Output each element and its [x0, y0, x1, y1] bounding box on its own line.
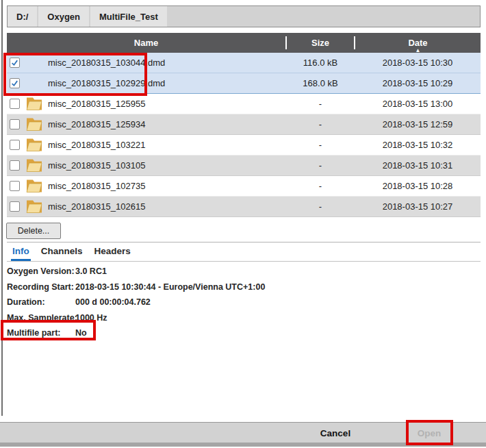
column-header-date[interactable]: Date ▲: [355, 33, 481, 53]
tab-channels[interactable]: Channels: [40, 246, 84, 261]
info-value: 2018-03-15 10:30:44 - Europe/Vienna UTC+…: [75, 282, 265, 292]
column-header-date-label: Date: [408, 38, 427, 48]
row-checkbox[interactable]: [10, 119, 20, 129]
info-row-multifile-part: Multifile part: No: [7, 325, 390, 341]
folder-date: 2018-03-15 13:00: [355, 99, 481, 109]
breadcrumb-item-multifile-test[interactable]: MultiFile_Test: [90, 6, 167, 27]
info-row-duration: Duration: 000 d 00:00:04.762: [7, 295, 390, 310]
info-row-max-samplerate: Max. Samplerate: 1000 Hz: [7, 310, 390, 326]
row-checkbox[interactable]: [10, 78, 20, 88]
row-checkbox[interactable]: [10, 99, 20, 109]
file-row[interactable]: misc_20180315_102929.dmd 168.0 kB 2018-0…: [7, 73, 481, 94]
folder-name: misc_20180315_103221: [48, 140, 145, 150]
tab-headers[interactable]: Headers: [93, 246, 132, 261]
column-header-name[interactable]: Name: [7, 33, 285, 53]
info-label: Recording Start:: [7, 282, 75, 292]
folder-row[interactable]: misc_20180315_102735 - 2018-03-15 10:28: [7, 176, 481, 197]
row-checkbox[interactable]: [10, 160, 20, 171]
info-label: Max. Samplerate:: [7, 313, 75, 323]
folder-size: -: [286, 140, 355, 150]
folder-name: misc_20180315_102615: [48, 201, 145, 212]
checkmark-icon: [10, 79, 19, 88]
folder-row[interactable]: misc_20180315_103105 - 2018-03-15 10:31: [7, 155, 481, 176]
folder-row[interactable]: misc_20180315_125955 - 2018-03-15 13:00: [7, 94, 481, 114]
breadcrumb: D:/ Oxygen MultiFile_Test: [7, 5, 481, 27]
row-checkbox[interactable]: [10, 181, 20, 191]
folder-size: -: [286, 181, 355, 191]
row-checkbox[interactable]: [10, 201, 20, 212]
footer-bottom-strip: [0, 443, 486, 447]
checkmark-icon: [10, 58, 19, 67]
folder-icon: [26, 179, 42, 193]
folder-name: misc_20180315_125955: [48, 99, 145, 109]
folder-name: misc_20180315_102735: [48, 181, 145, 191]
folder-date: 2018-03-15 10:28: [355, 181, 481, 191]
folder-name: misc_20180315_103105: [48, 160, 145, 171]
detail-tabs: Info Channels Headers: [11, 246, 132, 261]
row-checkbox[interactable]: [10, 58, 20, 68]
row-checkbox[interactable]: [10, 140, 20, 150]
info-row-recording-start: Recording Start: 2018-03-15 10:30:44 - E…: [7, 279, 390, 295]
info-value: 000 d 00:00:04.762: [75, 297, 151, 307]
file-date: 2018-03-15 10:30: [355, 58, 481, 68]
open-button[interactable]: Open: [409, 423, 450, 443]
folder-row[interactable]: misc_20180315_102615 - 2018-03-15 10:27: [7, 197, 481, 217]
file-row[interactable]: misc_20180315_103044.dmd 116.0 kB 2018-0…: [7, 53, 481, 73]
separator-line: [7, 261, 481, 262]
table-header: Name Size Date ▲: [7, 33, 481, 53]
dmd-file-icon: [26, 55, 42, 70]
info-value: 3.0 RC1: [75, 266, 107, 276]
file-size: 116.0 kB: [286, 58, 355, 68]
info-label: Duration:: [7, 297, 75, 307]
file-table: Name Size Date ▲ misc_20180315_103044.dm…: [7, 33, 481, 217]
folder-row[interactable]: misc_20180315_125934 - 2018-03-15 12:59: [7, 114, 481, 135]
info-value: No: [75, 328, 87, 338]
folder-date: 2018-03-15 12:59: [355, 119, 481, 129]
file-date: 2018-03-15 10:29: [355, 78, 481, 88]
separator-line: [7, 242, 481, 242]
window-left-border: [1, 0, 3, 416]
folder-size: -: [286, 160, 355, 171]
folder-icon: [26, 138, 42, 152]
info-label: Oxygen Version:: [7, 266, 75, 276]
info-row-oxygen-version: Oxygen Version: 3.0 RC1: [7, 264, 390, 279]
folder-date: 2018-03-15 10:31: [355, 160, 481, 171]
folder-name: misc_20180315_125934: [48, 119, 145, 129]
footer-bar: Cancel Open: [0, 422, 486, 443]
tab-info[interactable]: Info: [11, 246, 31, 261]
file-size: 168.0 kB: [286, 78, 355, 88]
dmd-file-icon: [26, 76, 42, 90]
breadcrumb-item-oxygen[interactable]: Oxygen: [38, 6, 89, 27]
column-header-size[interactable]: Size: [287, 33, 354, 53]
folder-icon: [26, 97, 42, 111]
file-name: misc_20180315_102929.dmd: [48, 78, 165, 88]
info-label: Multifile part:: [7, 328, 75, 338]
folder-size: -: [286, 119, 355, 129]
folder-row[interactable]: misc_20180315_103221 - 2018-03-15 10:32: [7, 135, 481, 155]
file-name: misc_20180315_103044.dmd: [48, 58, 165, 68]
cancel-button[interactable]: Cancel: [311, 423, 359, 443]
delete-button[interactable]: Delete...: [6, 223, 61, 239]
folder-size: -: [286, 99, 355, 109]
folder-icon: [26, 158, 42, 173]
folder-icon: [26, 117, 42, 132]
breadcrumb-item-drive[interactable]: D:/: [8, 6, 37, 27]
folder-icon: [26, 199, 42, 214]
folder-date: 2018-03-15 10:32: [355, 140, 481, 150]
folder-size: -: [286, 201, 355, 212]
folder-date: 2018-03-15 10:27: [355, 201, 481, 212]
file-open-dialog: D:/ Oxygen MultiFile_Test Name Size Date…: [0, 0, 486, 448]
info-value: 1000 Hz: [75, 313, 107, 323]
info-panel: Oxygen Version: 3.0 RC1 Recording Start:…: [7, 264, 390, 341]
